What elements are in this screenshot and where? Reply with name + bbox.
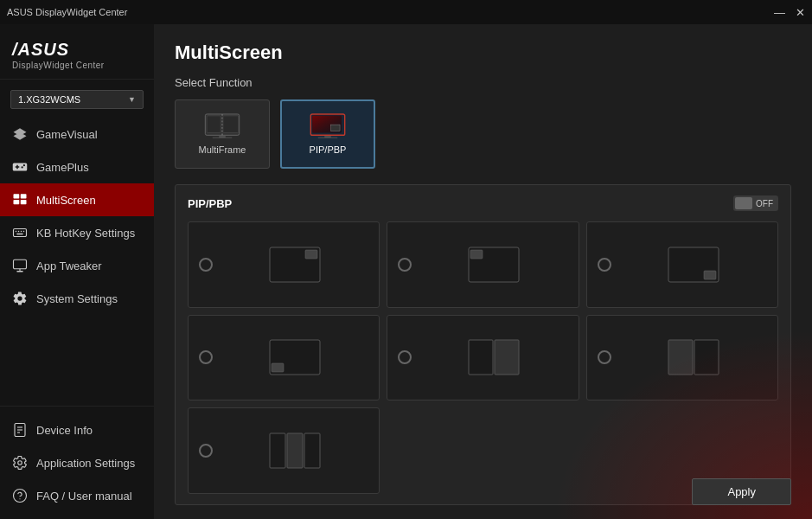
svg-rect-44	[270, 433, 285, 468]
question-icon	[12, 488, 28, 503]
minimize-button[interactable]: —	[774, 7, 785, 18]
layout-icon-5	[420, 339, 567, 375]
sidebar-item-device-info[interactable]: Device Info	[0, 413, 154, 446]
sidebar-label-faq: FAQ / User manual	[36, 490, 132, 503]
layout-icon-6	[620, 339, 767, 375]
main-content: MultiScreen Select Function MultiFrame	[154, 24, 812, 519]
sidebar-item-system-settings[interactable]: System Settings	[0, 282, 154, 315]
sidebar-item-multiscreen[interactable]: MultiScreen	[0, 183, 154, 216]
layout-option-4[interactable]	[188, 315, 380, 401]
page-title: MultiScreen	[175, 42, 791, 64]
pip-toggle[interactable]: OFF	[733, 195, 778, 211]
sidebar-bottom: Device Info Application Settings FAQ / U…	[0, 406, 154, 512]
svg-rect-3	[21, 200, 27, 204]
radio-5	[398, 350, 412, 364]
layout-icon-2	[420, 247, 567, 283]
sidebar-item-kb-hotkey[interactable]: KB HotKey Settings	[0, 216, 154, 249]
settings-icon	[12, 291, 28, 306]
layout-option-7[interactable]	[188, 407, 380, 494]
svg-rect-22	[207, 116, 221, 133]
close-button[interactable]: ✕	[796, 7, 805, 18]
keyboard-icon	[12, 225, 28, 240]
svg-rect-46	[304, 433, 320, 468]
svg-rect-39	[272, 363, 284, 372]
layout-option-1[interactable]	[188, 221, 380, 308]
radio-3	[598, 258, 611, 272]
layout-option-5[interactable]	[387, 315, 579, 401]
svg-point-17	[18, 461, 22, 465]
radio-6	[598, 350, 611, 364]
svg-rect-29	[331, 125, 340, 131]
device-info-icon	[12, 422, 28, 438]
svg-rect-4	[14, 229, 27, 237]
device-selector[interactable]: 1.XG32WCMS ▼	[10, 90, 144, 109]
svg-rect-33	[305, 250, 317, 259]
multiframe-card[interactable]: MultiFrame	[175, 99, 270, 169]
pip-header: PIP/PBP OFF	[188, 195, 778, 211]
sidebar-label-gameplus: GamePlus	[36, 161, 89, 174]
sidebar-label-app-tweaker: App Tweaker	[36, 260, 102, 272]
radio-1	[199, 258, 213, 272]
brand-subtitle: DisplayWidget Center	[12, 61, 142, 70]
svg-point-19	[19, 498, 20, 499]
layout-icon-3	[620, 247, 767, 283]
svg-rect-42	[668, 340, 693, 375]
sidebar: /ASUS DisplayWidget Center 1.XG32WCMS ▼ …	[0, 24, 154, 519]
bottom-bar: Apply	[692, 478, 791, 505]
window-controls: — ✕	[774, 7, 805, 18]
layout-option-6[interactable]	[586, 315, 778, 401]
gear-icon	[12, 455, 28, 471]
svg-point-18	[14, 490, 27, 503]
sidebar-label-app-settings: Application Settings	[36, 457, 135, 470]
svg-rect-43	[694, 340, 719, 375]
sidebar-label-kb-hotkey: KB HotKey Settings	[36, 227, 135, 240]
layout-option-2[interactable]	[387, 221, 579, 308]
gameplus-icon	[12, 159, 28, 175]
svg-rect-40	[469, 340, 493, 375]
app-body: /ASUS DisplayWidget Center 1.XG32WCMS ▼ …	[0, 24, 812, 519]
gamevisual-icon	[12, 126, 28, 142]
device-name: 1.XG32WCMS	[18, 94, 80, 105]
sidebar-label-device-info: Device Info	[36, 424, 93, 437]
radio-4	[199, 350, 213, 364]
svg-rect-2	[14, 200, 20, 204]
sidebar-item-app-settings[interactable]: Application Settings	[0, 446, 154, 479]
logo-area: /ASUS DisplayWidget Center	[0, 24, 154, 80]
dropdown-arrow-icon: ▼	[128, 95, 136, 104]
svg-rect-23	[223, 116, 239, 133]
svg-rect-35	[470, 250, 483, 259]
svg-rect-0	[14, 194, 20, 198]
layout-grid	[188, 221, 778, 494]
sidebar-item-gameplus[interactable]: GamePlus	[0, 151, 154, 183]
pip-panel-title: PIP/PBP	[188, 197, 232, 210]
sidebar-item-app-tweaker[interactable]: App Tweaker	[0, 249, 154, 282]
app-tweaker-icon	[12, 258, 28, 273]
layout-option-3[interactable]	[586, 221, 778, 308]
apply-button[interactable]: Apply	[692, 478, 791, 505]
svg-rect-1	[21, 194, 27, 198]
sidebar-item-gamevisual[interactable]: GameVisual	[0, 118, 154, 151]
toggle-label: OFF	[756, 199, 773, 208]
radio-2	[398, 258, 412, 272]
multiframe-icon	[204, 113, 240, 139]
sidebar-label-multiscreen: MultiScreen	[36, 194, 96, 207]
svg-rect-10	[14, 260, 27, 269]
sidebar-label-gamevisual: GameVisual	[36, 128, 98, 141]
radio-7	[199, 444, 213, 458]
layout-icon-1	[221, 247, 368, 283]
layout-icon-7	[221, 432, 368, 469]
svg-rect-45	[287, 433, 303, 468]
select-function-label: Select Function	[175, 76, 791, 89]
sidebar-item-faq[interactable]: FAQ / User manual	[0, 479, 154, 512]
sidebar-label-system-settings: System Settings	[36, 292, 118, 305]
multiscreen-icon	[12, 192, 28, 208]
app-title: ASUS DisplayWidget Center	[7, 7, 127, 17]
svg-rect-41	[495, 340, 519, 375]
multiframe-label: MultiFrame	[198, 144, 246, 155]
toggle-knob	[735, 197, 752, 209]
pip-pbp-label: PIP/PBP	[310, 144, 347, 155]
pip-panel: PIP/PBP OFF	[175, 184, 791, 505]
function-cards: MultiFrame	[175, 99, 791, 169]
pip-pbp-card[interactable]: PIP/PBP	[280, 99, 375, 169]
brand-name: /ASUS	[12, 38, 142, 61]
